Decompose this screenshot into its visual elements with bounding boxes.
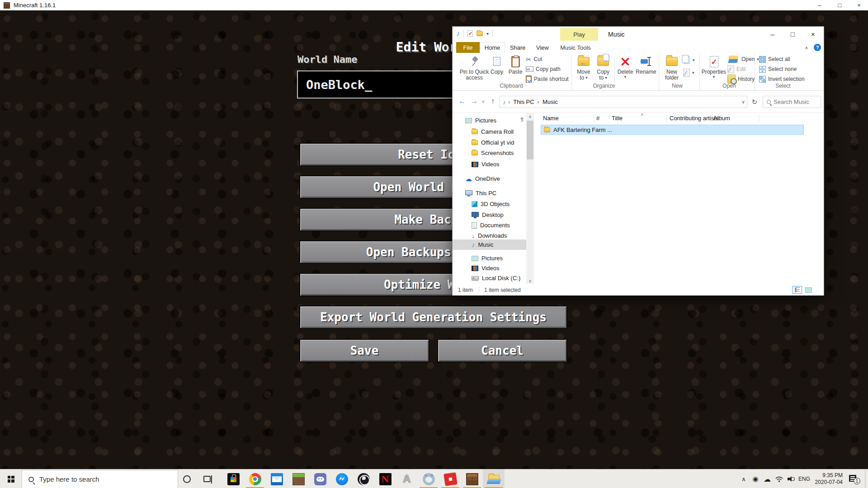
easy-access-button[interactable]: ▾ <box>683 56 695 65</box>
new-item-button[interactable]: ▾ <box>683 68 694 77</box>
taskbar-app-mail[interactable] <box>266 469 288 488</box>
column-divider[interactable] <box>666 114 667 122</box>
column-header-name[interactable]: Name <box>543 113 559 123</box>
taskbar-app-ark[interactable]: A <box>396 469 418 488</box>
nav-item-this-pc[interactable]: This PC <box>453 188 526 198</box>
select-all-button[interactable]: Select all <box>759 55 790 64</box>
taskbar-app-crafting-table[interactable] <box>461 469 483 488</box>
taskbar-app-netflix[interactable]: N <box>374 469 396 488</box>
recent-locations-button[interactable]: ∨ <box>480 95 487 107</box>
breadcrumb-music[interactable]: Music <box>542 99 559 105</box>
pin-to-quick-access-button[interactable]: Pin to Quick access <box>459 54 490 89</box>
column-header-album[interactable]: Album <box>713 113 730 123</box>
task-view-button[interactable] <box>200 469 214 488</box>
tray-wifi-icon[interactable] <box>773 469 785 488</box>
nav-item-pictures[interactable]: Pictures <box>453 115 526 126</box>
explorer-minimize-button[interactable]: – <box>762 27 783 41</box>
save-button[interactable]: Save <box>299 339 429 362</box>
column-divider[interactable] <box>711 114 712 122</box>
column-header-title[interactable]: Title <box>612 113 623 123</box>
tray-volume-icon[interactable] <box>785 469 797 488</box>
tab-file[interactable]: File <box>456 42 480 53</box>
minecraft-minimize-button[interactable]: – <box>809 0 830 10</box>
tab-share[interactable]: Share <box>506 42 529 53</box>
paste-shortcut-button[interactable]: Paste shortcut <box>526 75 569 84</box>
tray-onedrive-icon[interactable]: ☁ <box>761 469 773 488</box>
scroll-up-icon[interactable]: ∧ <box>526 113 534 120</box>
delete-button[interactable]: × Delete ▾ <box>615 54 635 89</box>
nav-item-desktop[interactable]: Desktop <box>453 210 526 220</box>
file-row-afk-bartering-farm[interactable]: AFK Bartering Farm ... <box>541 125 804 135</box>
action-center-button[interactable]: 1 <box>846 469 864 488</box>
explorer-maximize-button[interactable]: □ <box>783 27 803 41</box>
nav-item-videos-pc[interactable]: Videos <box>453 263 526 273</box>
column-divider[interactable] <box>594 114 594 122</box>
tray-language[interactable]: ENG <box>797 469 812 488</box>
cortana-button[interactable] <box>180 469 193 488</box>
copy-path-button[interactable]: W... Copy path <box>526 65 561 74</box>
nav-item-documents[interactable]: Documents <box>453 220 526 230</box>
invert-selection-button[interactable]: Invert selection <box>759 75 805 84</box>
qat-properties-icon[interactable]: ✓ <box>467 30 473 37</box>
nav-item-videos[interactable]: Videos <box>453 159 526 169</box>
cut-button[interactable]: ✂ Cut <box>526 55 542 64</box>
breadcrumb-this-pc[interactable]: This PC <box>512 99 535 105</box>
taskbar-app-hamster[interactable] <box>418 469 439 488</box>
address-bar[interactable]: ♪ › This PC › Music ∨ <box>500 96 747 108</box>
tab-home[interactable]: Home <box>480 42 505 53</box>
tab-view[interactable]: View <box>531 42 554 53</box>
rename-button[interactable]: Rename <box>635 54 657 89</box>
column-header-number[interactable]: # <box>596 113 599 123</box>
nav-item-3d-objects[interactable]: 3D Objects <box>453 199 526 209</box>
nav-item-official-yt-vid[interactable]: Official yt vid <box>453 137 526 148</box>
history-button[interactable]: History <box>727 75 755 84</box>
address-dropdown-icon[interactable]: ∨ <box>741 99 745 105</box>
taskbar-app-microsoft-store[interactable] <box>222 469 244 488</box>
qat-customize-icon[interactable]: ▾ <box>486 31 489 36</box>
tray-recording-icon[interactable]: ◉ <box>750 469 761 488</box>
tray-clock[interactable]: 9:35 PM 2020-07-04 <box>812 469 843 488</box>
taskbar-app-messenger[interactable] <box>331 469 353 488</box>
start-button[interactable] <box>0 469 22 488</box>
nav-item-pictures-pc[interactable]: Pictures <box>453 253 526 263</box>
taskbar-app-discord[interactable] <box>309 469 331 488</box>
move-to-button[interactable]: ← Move to▾ <box>574 54 594 89</box>
qat-new-folder-icon[interactable] <box>476 31 483 36</box>
scrollbar-thumb[interactable] <box>527 121 533 160</box>
scroll-down-icon[interactable]: ∨ <box>526 277 534 285</box>
videos-icon <box>472 266 478 271</box>
refresh-button[interactable]: ↻ <box>749 96 760 108</box>
nav-scrollbar[interactable]: ∧ ∨ <box>526 113 534 285</box>
forward-button[interactable]: → <box>469 95 480 107</box>
nav-item-music[interactable]: ♪Music <box>453 239 526 250</box>
edit-button[interactable]: Edit <box>727 65 746 74</box>
ribbon-collapse-button[interactable]: ∧ <box>802 42 811 53</box>
nav-item-onedrive[interactable]: ☁OneDrive <box>453 174 526 184</box>
taskbar-app-roblox[interactable] <box>439 469 461 488</box>
tab-music-tools[interactable]: Music Tools <box>557 42 594 53</box>
column-divider[interactable] <box>759 114 760 122</box>
nav-item-camera-roll[interactable]: Camera Roll <box>453 127 526 137</box>
column-divider[interactable] <box>609 114 610 122</box>
back-button[interactable]: ← <box>456 95 468 107</box>
details-view-button[interactable] <box>793 286 802 294</box>
taskbar-app-chrome[interactable] <box>244 469 266 488</box>
explorer-close-button[interactable]: × <box>803 27 823 41</box>
show-desktop-button[interactable] <box>865 469 865 488</box>
export-world-settings-button[interactable]: Export World Generation Settings <box>299 305 567 329</box>
up-button[interactable]: ↑ <box>487 95 499 107</box>
search-box[interactable]: Search Music <box>763 96 821 108</box>
minecraft-close-button[interactable]: × <box>850 0 868 10</box>
show-hidden-icons-button[interactable]: ∧ <box>738 469 750 488</box>
minecraft-maximize-button[interactable]: □ <box>830 0 850 10</box>
nav-item-screenshots[interactable]: Screenshots <box>453 148 526 158</box>
select-none-button[interactable]: Select none <box>759 65 797 74</box>
taskbar-app-file-explorer[interactable] <box>483 469 505 488</box>
taskbar-search-box[interactable]: Type here to search <box>22 470 178 488</box>
taskbar-app-minecraft[interactable] <box>288 469 309 488</box>
large-icons-view-button[interactable] <box>804 286 813 294</box>
cancel-button[interactable]: Cancel <box>437 339 567 362</box>
taskbar-app-obs[interactable] <box>353 469 374 488</box>
help-button[interactable]: ? <box>812 42 822 53</box>
nav-item-local-disk-c[interactable]: Local Disk (C:) <box>453 273 526 283</box>
